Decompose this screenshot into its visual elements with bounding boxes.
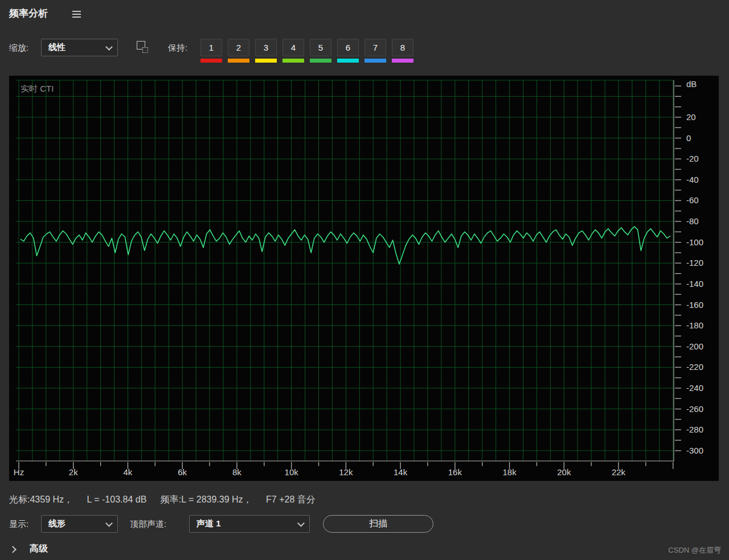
realtime-cti-label: 实时 CTI — [21, 84, 54, 94]
top-channel-select[interactable]: 声道 1 — [189, 515, 310, 533]
hold-button-7[interactable]: 7 — [364, 39, 386, 56]
display-label: 显示: — [9, 515, 28, 533]
x-axis-label: 2k — [59, 467, 88, 478]
scan-button-label: 扫描 — [369, 518, 387, 530]
x-axis-label: 14k — [386, 467, 415, 478]
hold-color-bar-8 — [392, 59, 413, 63]
x-axis-label: 10k — [277, 467, 306, 478]
hold-label: 保持: — [168, 39, 187, 56]
x-axis-label: 18k — [495, 467, 524, 478]
y-axis-label: -260 — [686, 403, 703, 415]
scale-label: 缩放: — [9, 39, 28, 56]
y-axis-label: -100 — [686, 237, 703, 248]
display-select[interactable]: 线形 — [41, 515, 118, 533]
pitch-readout: F7 +28 音分 — [266, 495, 316, 504]
x-axis-label: 8k — [223, 467, 251, 478]
y-axis-label: 0 — [686, 133, 691, 144]
cursor-readout: 光标:4359 Hz， — [9, 495, 73, 504]
y-axis-label: -20 — [686, 153, 699, 164]
chevron-down-icon — [105, 520, 113, 527]
y-axis-label: -200 — [686, 341, 703, 352]
hold-button-1[interactable]: 1 — [200, 39, 222, 56]
y-axis-label: -140 — [686, 278, 703, 290]
page-title: 频率分析 — [9, 7, 48, 20]
advanced-label: 高级 — [30, 543, 48, 555]
hold-color-bar-4 — [282, 59, 304, 63]
x-axis-label: 22k — [604, 467, 633, 478]
hold-button-6[interactable]: 6 — [337, 39, 359, 56]
spectrum-trace — [21, 227, 670, 264]
chevron-right-icon — [9, 546, 17, 553]
frequency-chart[interactable]: 实时 CTI dB200-20-40-60-80-100-120-140-160… — [9, 76, 719, 481]
bottom-controls: 显示: 线形 顶部声道: 声道 1 扫描 — [0, 515, 729, 533]
hold-button-8[interactable]: 8 — [392, 39, 413, 56]
scale-select[interactable]: 线性 — [41, 39, 118, 56]
y-axis-label: -160 — [686, 299, 703, 311]
frequency-analysis-panel: 频率分析 缩放: 线性 保持: 1 2 3 4 5 6 7 8 实时 CTI d… — [0, 0, 729, 560]
toolbar: 缩放: 线性 保持: 1 2 3 4 5 6 7 8 — [0, 39, 729, 64]
hold-color-bar-1 — [200, 59, 222, 63]
display-select-value: 线形 — [48, 518, 65, 529]
y-axis-label: -40 — [686, 174, 699, 186]
y-axis-label: dB — [686, 79, 697, 90]
hold-color-bar-5 — [310, 59, 331, 63]
panel-menu-icon[interactable] — [72, 11, 81, 18]
snapshot-icon[interactable] — [136, 40, 149, 54]
y-axis-label: -180 — [686, 320, 703, 331]
hold-button-3[interactable]: 3 — [255, 39, 277, 56]
x-axis-label: 4k — [113, 467, 142, 478]
spectrum-chart-svg[interactable] — [9, 76, 719, 481]
watermark: CSDN @在眉弯 — [668, 545, 721, 555]
y-axis-label: -60 — [686, 195, 699, 206]
y-axis-label: -80 — [686, 216, 699, 227]
y-axis-label: -300 — [686, 445, 703, 456]
y-axis-label: -220 — [686, 361, 703, 373]
snapshot-icon-front — [142, 47, 148, 53]
y-axis-label: -120 — [686, 257, 703, 269]
x-axis-label: 6k — [168, 467, 196, 478]
y-axis-label: -240 — [686, 382, 703, 394]
x-axis-label: 12k — [331, 467, 360, 478]
status-line: 光标:4359 Hz， L = -103.84 dB 频率:L = 2839.3… — [9, 493, 327, 507]
chevron-down-icon — [297, 520, 305, 527]
chevron-down-icon — [105, 43, 113, 51]
top-channel-select-value: 声道 1 — [196, 518, 221, 529]
top-channel-label: 顶部声道: — [130, 515, 166, 533]
hold-button-5[interactable]: 5 — [310, 39, 331, 56]
hold-color-bar-6 — [337, 59, 359, 63]
hold-button-4[interactable]: 4 — [282, 39, 304, 56]
scan-button[interactable]: 扫描 — [323, 515, 433, 533]
hold-color-bar-7 — [364, 59, 386, 63]
x-axis-label: 16k — [441, 467, 469, 478]
scale-select-value: 线性 — [48, 42, 65, 53]
advanced-toggle[interactable]: 高级 — [0, 542, 228, 558]
y-axis-label: -280 — [686, 424, 703, 435]
x-axis-label: 20k — [550, 467, 578, 478]
hold-color-bar-2 — [228, 59, 249, 63]
x-axis-label: Hz — [5, 467, 33, 478]
hold-color-bar-3 — [255, 59, 277, 63]
frequency-readout: 频率:L = 2839.39 Hz， — [161, 495, 252, 504]
y-axis-label: 20 — [686, 112, 696, 123]
hold-button-2[interactable]: 2 — [228, 39, 249, 56]
level-readout: L = -103.84 dB — [87, 495, 147, 504]
